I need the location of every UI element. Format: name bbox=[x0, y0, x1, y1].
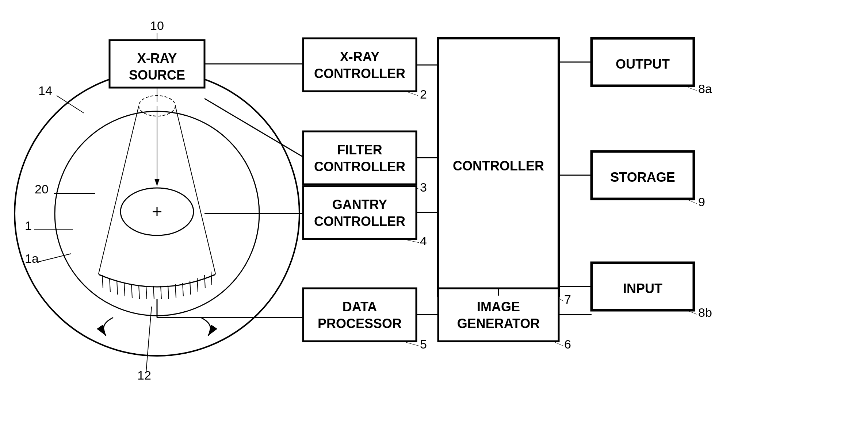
svg-rect-50 bbox=[438, 288, 559, 341]
xray-controller-label-2: CONTROLLER bbox=[314, 66, 405, 81]
label-3: 3 bbox=[420, 180, 427, 194]
label-20: 20 bbox=[35, 182, 49, 196]
input-label: INPUT bbox=[623, 281, 662, 296]
xray-source-label-1: X-RAY bbox=[137, 51, 177, 66]
label-1a: 1a bbox=[25, 251, 39, 265]
data-processor-label-2: PROCESSOR bbox=[318, 316, 402, 331]
label-7: 7 bbox=[564, 292, 571, 306]
label-4: 4 bbox=[420, 234, 427, 248]
label-6: 6 bbox=[564, 337, 571, 351]
filter-controller-label-1: FILTER bbox=[337, 142, 382, 157]
image-generator-label-1: IMAGE bbox=[477, 299, 520, 314]
svg-rect-42 bbox=[303, 38, 416, 91]
output-label: OUTPUT bbox=[616, 57, 670, 72]
svg-rect-44 bbox=[303, 186, 416, 239]
image-generator-label-2: GENERATOR bbox=[457, 316, 540, 331]
storage-label: STORAGE bbox=[610, 170, 675, 185]
label-8b: 8b bbox=[698, 305, 712, 319]
controller-label: CONTROLLER bbox=[453, 158, 544, 173]
label-10: 10 bbox=[150, 19, 164, 32]
xray-controller-label-1: X-RAY bbox=[340, 49, 380, 64]
label-1: 1 bbox=[25, 219, 32, 232]
xray-source-label-2: SOURCE bbox=[129, 68, 185, 82]
svg-rect-45 bbox=[303, 288, 416, 341]
label-14: 14 bbox=[38, 84, 52, 97]
data-processor-label-1: DATA bbox=[343, 299, 377, 314]
filter-controller-label-2: CONTROLLER bbox=[314, 159, 405, 174]
label-9: 9 bbox=[698, 195, 705, 209]
label-12: 12 bbox=[137, 368, 151, 382]
gantry-controller-label-1: GANTRY bbox=[332, 197, 387, 212]
svg-rect-43 bbox=[303, 131, 416, 184]
gantry-controller-label-2: CONTROLLER bbox=[314, 214, 405, 229]
label-2: 2 bbox=[420, 87, 427, 101]
label-8a: 8a bbox=[698, 82, 712, 96]
diagram-container: 14 20 1 1a X-RAY SOURCE 10 bbox=[0, 0, 868, 427]
label-5: 5 bbox=[420, 337, 427, 351]
